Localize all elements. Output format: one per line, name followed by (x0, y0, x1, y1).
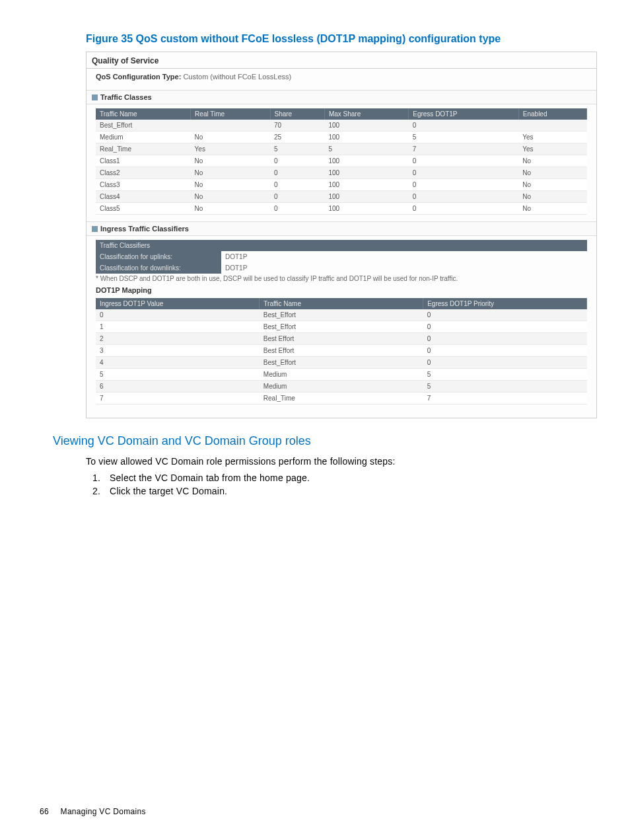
table-cell: Best_Effort (260, 309, 423, 321)
uplinks-value: DOT1P (221, 251, 587, 262)
table-cell: 0 (270, 155, 324, 167)
table-cell: Yes (191, 143, 270, 155)
col-share: Share (270, 108, 324, 120)
list-item: 2. Click the target VC Domain. (92, 486, 597, 496)
table-cell: 0 (409, 191, 519, 203)
table-cell: No (191, 179, 270, 191)
col-ingress-value: Ingress DOT1P Value (96, 298, 260, 309)
table-cell: 100 (324, 191, 408, 203)
figure-title: Figure 35 QoS custom without FCoE lossle… (86, 33, 597, 45)
downlinks-row: Classification for downlinks: DOT1P (96, 262, 587, 274)
collapse-icon[interactable] (92, 226, 98, 232)
table-cell: No (518, 167, 586, 179)
table-cell: Best_Effort (260, 321, 423, 333)
table-cell: 7 (96, 393, 260, 404)
table-cell: 5 (423, 381, 587, 393)
col-max-share: Max Share (324, 108, 408, 120)
table-cell: No (518, 155, 586, 167)
table-row: 4Best_Effort0 (96, 357, 587, 369)
table-row: 0Best_Effort0 (96, 309, 587, 321)
table-cell: 5 (324, 143, 408, 155)
table-cell: 0 (409, 120, 519, 132)
table-cell: 0 (270, 179, 324, 191)
table-cell: 0 (423, 321, 587, 333)
table-cell: 5 (423, 369, 587, 381)
table-cell: 0 (423, 357, 587, 369)
table-cell: 5 (96, 369, 260, 381)
table-cell: 0 (409, 203, 519, 215)
table-cell: No (191, 167, 270, 179)
page-number: 66 (40, 807, 49, 816)
col-traffic-name: Traffic Name (96, 108, 191, 120)
table-cell (191, 120, 270, 132)
table-cell: 0 (409, 167, 519, 179)
table-cell: Class1 (96, 155, 191, 167)
table-cell: No (191, 203, 270, 215)
table-cell: Medium (260, 381, 423, 393)
col-real-time: Real Time (191, 108, 270, 120)
table-cell: 2 (96, 333, 260, 345)
section-heading: Viewing VC Domain and VC Domain Group ro… (53, 434, 597, 448)
table-cell: Medium (260, 369, 423, 381)
table-cell: 100 (324, 155, 408, 167)
chapter-name: Managing VC Domains (61, 807, 146, 816)
downlinks-label: Classification for downlinks: (96, 262, 221, 274)
table-cell: 7 (409, 143, 519, 155)
qos-panel-title: Quality of Service (87, 54, 596, 69)
table-cell: 100 (324, 203, 408, 215)
table-row: 5Medium5 (96, 369, 587, 381)
step-number: 2. (92, 486, 100, 496)
table-cell: 0 (423, 345, 587, 357)
ingress-classifiers-header[interactable]: Ingress Traffic Classifiers (87, 221, 596, 236)
step-number: 1. (92, 473, 100, 483)
table-cell: Class5 (96, 203, 191, 215)
traffic-classes-header[interactable]: Traffic Classes (87, 90, 596, 104)
dot1p-mapping-title: DOT1P Mapping (96, 286, 587, 294)
table-row: Class4No01000No (96, 191, 587, 203)
table-cell: No (518, 191, 586, 203)
downlinks-value: DOT1P (221, 262, 587, 274)
table-header-row: Traffic Name Real Time Share Max Share E… (96, 108, 587, 120)
table-cell: Best_Effort (260, 357, 423, 369)
table-cell: 100 (324, 132, 408, 143)
uplinks-label: Classification for uplinks: (96, 251, 221, 262)
table-cell: No (518, 203, 586, 215)
traffic-classes-table: Traffic Name Real Time Share Max Share E… (96, 108, 587, 215)
table-row: 6Medium5 (96, 381, 587, 393)
table-cell: Class3 (96, 179, 191, 191)
table-cell: 100 (324, 167, 408, 179)
table-cell: 0 (409, 179, 519, 191)
col-egress-prio: Egress DOT1P Priority (423, 298, 587, 309)
col-egress: Egress DOT1P (409, 108, 519, 120)
table-cell: 7 (423, 393, 587, 404)
table-cell: 0 (270, 191, 324, 203)
collapse-icon[interactable] (92, 95, 98, 100)
table-cell: Class4 (96, 191, 191, 203)
table-row: MediumNo251005Yes (96, 132, 587, 143)
table-cell: 100 (324, 179, 408, 191)
table-cell: Class2 (96, 167, 191, 179)
table-cell: 0 (423, 309, 587, 321)
step-text: Select the VC Domain tab from the home p… (110, 473, 310, 483)
table-cell: Real_Time (260, 393, 423, 404)
table-cell: No (191, 155, 270, 167)
table-row: Class1No01000No (96, 155, 587, 167)
dot1p-mapping-table: Ingress DOT1P Value Traffic Name Egress … (96, 298, 587, 404)
qos-panel: Quality of Service QoS Configuration Typ… (86, 52, 597, 418)
table-cell: 0 (423, 333, 587, 345)
steps-list: 1. Select the VC Domain tab from the hom… (92, 473, 597, 496)
traffic-classes-title: Traffic Classes (100, 93, 152, 101)
table-row: Real_TimeYes557Yes (96, 143, 587, 155)
table-cell: 25 (270, 132, 324, 143)
uplinks-row: Classification for uplinks: DOT1P (96, 251, 587, 262)
table-row: Class2No01000No (96, 167, 587, 179)
page-footer: 66 Managing VC Domains (40, 807, 146, 816)
table-cell: No (191, 132, 270, 143)
table-row: 3Best Effort0 (96, 345, 587, 357)
ingress-classifiers-title: Ingress Traffic Classifiers (100, 225, 189, 233)
table-cell: 0 (270, 167, 324, 179)
qos-config-label: QoS Configuration Type: (96, 73, 181, 81)
table-cell: Best Effort (260, 333, 423, 345)
table-row: 2Best Effort0 (96, 333, 587, 345)
intro-text: To view allowed VC Domain role permissio… (86, 455, 597, 469)
